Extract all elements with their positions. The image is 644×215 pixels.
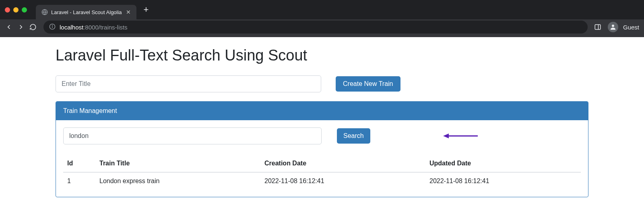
cell-title: London express train [95,172,260,190]
svg-marker-8 [443,134,449,138]
site-info-icon[interactable] [49,23,56,31]
minimize-window-icon[interactable] [13,7,19,13]
col-id: Id [63,155,95,172]
back-button[interactable] [5,23,13,31]
reload-button[interactable] [29,23,37,31]
forward-button[interactable] [17,23,25,31]
cell-id: 1 [63,172,95,190]
profile-area[interactable]: Guest [608,22,639,32]
tab-title: Laravel - Laravel Scout Algolia [51,9,122,15]
tab-bar: Laravel - Laravel Scout Algolia ✕ + [0,0,644,19]
cell-created: 2022-11-08 16:12:41 [260,172,425,190]
globe-icon [41,9,48,15]
avatar-icon [608,22,618,32]
search-button[interactable]: Search [337,128,370,144]
col-updated: Updated Date [425,155,581,172]
search-row: Search [63,127,581,144]
page-title: Laravel Full-Text Search Using Scout [56,37,588,75]
browser-chrome: Laravel - Laravel Scout Algolia ✕ + loca… [0,0,644,37]
title-input[interactable] [56,75,321,92]
search-input[interactable] [63,127,322,144]
svg-rect-4 [595,25,601,29]
svg-point-6 [612,25,614,27]
url-text: localhost:8000/trains-lists [60,24,127,31]
maximize-window-icon[interactable] [22,7,27,13]
train-management-panel: Train Management Search Id [56,101,588,197]
annotation-arrow [442,132,479,140]
col-title: Train Title [95,155,260,172]
svg-point-3 [52,25,53,25]
close-window-icon[interactable] [5,7,10,13]
panel-header: Train Management [56,102,588,120]
col-created: Creation Date [260,155,425,172]
top-action-row: Create New Train [56,75,588,92]
window-controls [5,7,27,13]
table-row: 1London express train2022-11-08 16:12:41… [63,172,581,190]
trains-table: Id Train Title Creation Date Updated Dat… [63,155,581,190]
close-tab-icon[interactable]: ✕ [126,9,131,15]
guest-label: Guest [623,24,639,31]
create-train-button[interactable]: Create New Train [336,76,400,92]
page-content: Laravel Full-Text Search Using Scout Cre… [0,37,644,213]
table-header-row: Id Train Title Creation Date Updated Dat… [63,155,581,172]
address-bar[interactable]: localhost:8000/trains-lists [43,21,588,33]
browser-tab[interactable]: Laravel - Laravel Scout Algolia ✕ [36,5,136,19]
new-tab-button[interactable]: + [144,4,149,15]
cell-updated: 2022-11-08 16:12:41 [425,172,581,190]
nav-bar: localhost:8000/trains-lists Guest [0,19,644,37]
side-panel-icon[interactable] [594,23,601,31]
